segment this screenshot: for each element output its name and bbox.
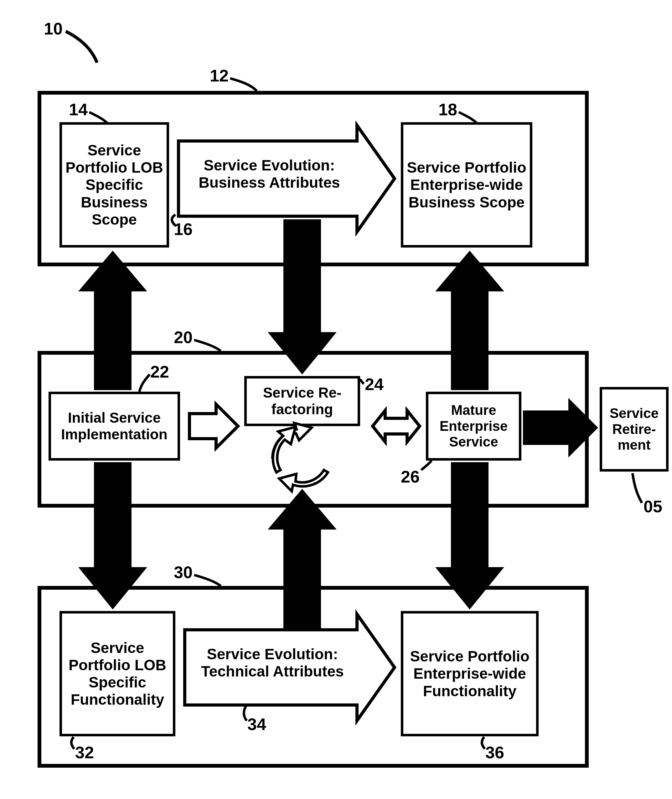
ref-32: 32	[75, 743, 94, 762]
ref-10: 10	[44, 19, 62, 38]
box-26: Mature Enterprise Service	[426, 391, 522, 460]
ref-26: 26	[401, 467, 419, 486]
box-32: Service Portfolio LOB Specific Functiona…	[59, 611, 175, 736]
ref-36: 36	[485, 743, 504, 762]
box-32-text: Service Portfolio LOB Specific Functiona…	[65, 639, 170, 708]
ref-30: 30	[174, 562, 193, 582]
box-05-text: Service Retire-ment	[605, 406, 663, 453]
box-14: Service Portfolio LOB Specific Business …	[59, 122, 169, 247]
box-22-text: Initial Service Implementation	[54, 409, 174, 443]
diagram-canvas: 10 12 Service Portfolio LOB Specific Bus…	[0, 0, 672, 799]
ref-05: 05	[643, 497, 662, 516]
box-18-text: Service Portfolio Enterprise-wide Busine…	[406, 159, 527, 211]
ref-24: 24	[365, 374, 384, 394]
box-36-text: Service Portfolio Enterprise-wide Functi…	[406, 648, 533, 700]
box-22: Initial Service Implementation	[48, 391, 180, 460]
box-05: Service Retire-ment	[600, 387, 669, 472]
ref-20: 20	[174, 327, 193, 347]
ref-34: 34	[247, 714, 266, 734]
ref-14: 14	[69, 99, 88, 119]
box-26-text: Mature Enterprise Service	[432, 402, 516, 450]
ref-22: 22	[150, 362, 169, 381]
arrow-16-label: Service Evolution: Business Attributes	[182, 157, 357, 191]
box-18: Service Portfolio Enterprise-wide Busine…	[401, 122, 532, 247]
box-24: Service Re-factoring	[244, 376, 360, 426]
arrow-34-label: Service Evolution: Technical Attributes	[188, 645, 357, 680]
ref-16: 16	[174, 219, 193, 239]
box-14-text: Service Portfolio LOB Specific Business …	[65, 142, 163, 228]
ref-12: 12	[210, 66, 229, 85]
box-24-text: Service Re-factoring	[250, 385, 354, 418]
ref-18: 18	[438, 99, 457, 119]
box-36: Service Portfolio Enterprise-wide Functi…	[401, 611, 539, 736]
